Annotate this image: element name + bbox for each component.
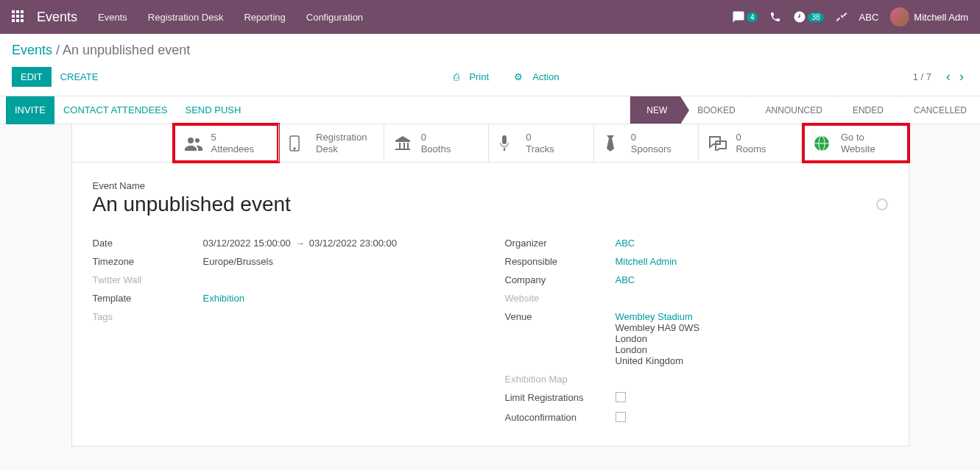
status-step-announced[interactable]: ANNOUNCED <box>749 96 836 124</box>
autoconfirmation-checkbox[interactable] <box>616 412 626 422</box>
svg-point-0 <box>188 138 194 143</box>
user-avatar <box>890 7 909 26</box>
print-button[interactable]: ⎙ Print <box>454 71 496 82</box>
stat-registration-desk[interactable]: RegistrationDesk <box>278 124 384 162</box>
status-row: INVITE CONTACT ATTENDEES SEND PUSH NEW B… <box>0 96 980 124</box>
top-navbar: Events Events Registration Desk Reportin… <box>0 0 980 34</box>
apps-icon[interactable] <box>12 10 25 24</box>
nav-link-configuration[interactable]: Configuration <box>306 12 363 23</box>
messaging-icon[interactable]: 4 <box>732 10 758 24</box>
stat-booths[interactable]: 0Booths <box>384 124 489 162</box>
control-panel: EDIT CREATE ⎙ Print ⚙ Action 1 / 7 ‹ › <box>0 61 980 96</box>
timezone-label: Timezone <box>93 256 203 267</box>
attendees-icon <box>185 136 204 151</box>
messaging-badge: 4 <box>747 13 758 22</box>
stage-indicator-icon[interactable] <box>876 199 888 210</box>
event-title: An unpublished event <box>93 193 888 216</box>
autoconfirmation-label: Autoconfirmation <box>505 412 616 423</box>
status-step-ended[interactable]: ENDED <box>836 96 897 124</box>
app-brand[interactable]: Events <box>37 10 77 25</box>
nav-link-reporting[interactable]: Reporting <box>244 12 285 23</box>
pager-prev-icon[interactable]: ‹ <box>942 69 955 85</box>
responsible-value[interactable]: Mitchell Admin <box>616 256 888 267</box>
tie-icon <box>604 135 624 152</box>
contact-attendees-button[interactable]: CONTACT ATTENDEES <box>54 96 177 124</box>
debug-icon[interactable] <box>836 11 847 23</box>
nav-link-registration-desk[interactable]: Registration Desk <box>148 12 224 23</box>
venue-value: Wembley Stadium Wembley HA9 0WS London L… <box>616 311 888 366</box>
company-label: Company <box>505 274 616 285</box>
nav-link-events[interactable]: Events <box>98 12 127 23</box>
send-push-button[interactable]: SEND PUSH <box>176 96 250 124</box>
event-name-label: Event Name <box>93 180 888 191</box>
status-step-cancelled[interactable]: CANCELLED <box>897 96 980 124</box>
activities-badge: 38 <box>808 13 823 22</box>
breadcrumb-root[interactable]: Events <box>12 43 52 57</box>
responsible-label: Responsible <box>505 256 616 267</box>
template-label: Template <box>93 293 203 304</box>
stat-buttons: 5Attendees RegistrationDesk 0Booths 0Tra… <box>72 124 909 163</box>
template-value[interactable]: Exhibition <box>203 293 476 304</box>
date-label: Date <box>93 238 203 249</box>
limit-registrations-label: Limit Registrations <box>505 392 616 403</box>
edit-button[interactable]: EDIT <box>12 67 52 87</box>
svg-point-3 <box>294 148 295 149</box>
globe-icon <box>814 136 833 151</box>
stat-go-to-website[interactable]: Go toWebsite <box>803 124 909 162</box>
form-sheet: 5Attendees RegistrationDesk 0Booths 0Tra… <box>71 124 909 446</box>
tags-label: Tags <box>93 311 203 322</box>
organizer-label: Organizer <box>505 238 616 249</box>
breadcrumb-current: An unpublished event <box>63 43 190 57</box>
mobile-icon <box>289 135 309 152</box>
statusbar: NEW BOOKED ANNOUNCED ENDED CANCELLED <box>630 96 980 124</box>
stat-sponsors[interactable]: 0Sponsors <box>593 124 699 162</box>
breadcrumb: Events / An unpublished event <box>0 34 980 61</box>
stat-rooms[interactable]: 0Rooms <box>698 124 803 162</box>
limit-registrations-checkbox[interactable] <box>616 392 626 402</box>
user-name: Mitchell Adm <box>914 12 968 23</box>
stat-tracks[interactable]: 0Tracks <box>488 124 593 162</box>
stat-attendees[interactable]: 5Attendees <box>174 124 279 162</box>
building-icon <box>395 136 414 151</box>
svg-rect-4 <box>502 135 507 144</box>
twitter-wall-label: Twitter Wall <box>93 274 203 285</box>
phone-icon[interactable] <box>769 11 781 23</box>
organizer-value[interactable]: ABC <box>616 238 888 249</box>
user-menu[interactable]: Mitchell Adm <box>890 7 968 26</box>
invite-button[interactable]: INVITE <box>6 96 54 124</box>
timezone-value: Europe/Brussels <box>203 256 476 267</box>
pager[interactable]: 1 / 7 <box>913 71 931 82</box>
create-button[interactable]: CREATE <box>52 67 107 87</box>
activities-icon[interactable]: 38 <box>793 10 823 24</box>
action-button[interactable]: ⚙ Action <box>514 71 567 82</box>
exhibition-map-label: Exhibition Map <box>505 374 616 385</box>
website-label: Website <box>505 293 616 304</box>
date-value: 03/12/2022 15:00:00→03/12/2022 23:00:00 <box>203 238 476 249</box>
company-switcher[interactable]: ABC <box>859 12 879 23</box>
status-step-booked[interactable]: BOOKED <box>680 96 748 124</box>
svg-point-1 <box>195 138 200 143</box>
company-value[interactable]: ABC <box>616 274 888 285</box>
pager-next-icon[interactable]: › <box>955 69 968 85</box>
microphone-icon <box>499 135 518 152</box>
status-step-new[interactable]: NEW <box>630 96 680 124</box>
chat-icon <box>709 136 728 151</box>
venue-label: Venue <box>505 311 616 322</box>
